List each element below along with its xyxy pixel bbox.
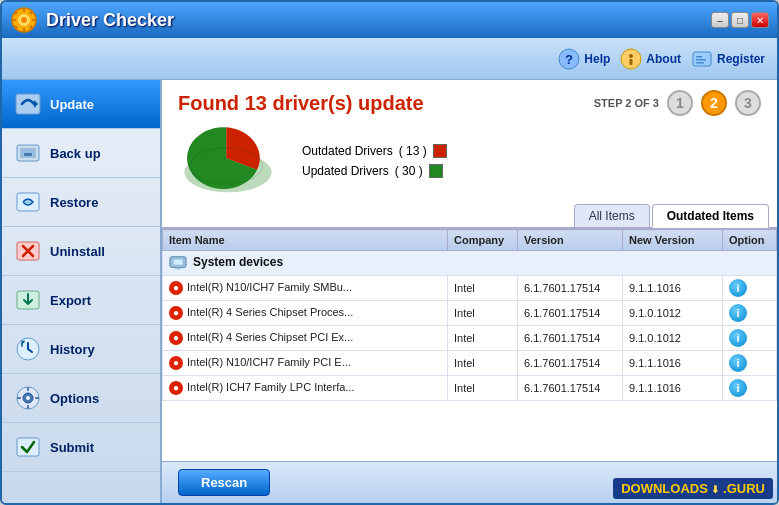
driver-version-cell: 6.1.7601.17514 [518,351,623,376]
outdated-label: Outdated Drivers [302,144,393,158]
error-icon: ● [169,356,183,370]
col-company: Company [448,230,518,251]
sidebar-options-label: Options [50,391,99,406]
col-version: Version [518,230,623,251]
sidebar-item-update[interactable]: Update [2,80,160,129]
info-button[interactable]: i [729,329,747,347]
close-button[interactable]: ✕ [751,12,769,28]
updated-color-swatch [429,164,443,178]
driver-version-cell: 6.1.7601.17514 [518,376,623,401]
uninstall-icon [14,237,42,265]
content-area: Found 13 driver(s) update STEP 2 OF 3 1 … [162,80,777,503]
step-1-circle: 1 [667,90,693,116]
svg-rect-38 [35,397,39,399]
error-icon: ● [169,381,183,395]
tabs-row: All Items Outdated Items [162,204,777,228]
register-button[interactable]: Register [691,48,765,70]
updated-label: Updated Drivers [302,164,389,178]
col-option: Option [723,230,777,251]
sidebar-item-uninstall[interactable]: Uninstall [2,227,160,276]
pie-chart [178,126,278,196]
error-icon: ● [169,281,183,295]
system-devices-icon [169,254,187,272]
tab-all-items[interactable]: All Items [574,204,650,227]
sidebar-item-restore[interactable]: Restore [2,178,160,227]
sidebar-item-export[interactable]: Export [2,276,160,325]
svg-rect-43 [174,259,183,264]
driver-version-cell: 6.1.7601.17514 [518,326,623,351]
outdated-color-swatch [433,144,447,158]
driver-name-cell: ●Intel(R) 4 Series Chipset Proces... [163,301,448,326]
error-icon: ● [169,306,183,320]
options-icon [14,384,42,412]
table-row: ●Intel(R) 4 Series Chipset PCI Ex...Inte… [163,326,777,351]
sidebar-item-history[interactable]: History [2,325,160,374]
step-3-circle: 3 [735,90,761,116]
col-item-name: Item Name [163,230,448,251]
about-button[interactable]: About [620,48,681,70]
main-window: Driver Checker – □ ✕ ? Help About [0,0,779,505]
driver-name-cell: ●Intel(R) 4 Series Chipset PCI Ex... [163,326,448,351]
driver-table-container[interactable]: Item Name Company Version New Version Op… [162,228,777,461]
svg-rect-35 [27,387,29,391]
maximize-button[interactable]: □ [731,12,749,28]
driver-option-cell[interactable]: i [723,326,777,351]
svg-rect-37 [17,397,21,399]
table-row: ●Intel(R) 4 Series Chipset Proces...Inte… [163,301,777,326]
error-icon: ● [169,331,183,345]
app-title: Driver Checker [46,10,711,31]
info-button[interactable]: i [729,354,747,372]
step-area: STEP 2 OF 3 1 2 3 [594,90,761,116]
minimize-button[interactable]: – [711,12,729,28]
svg-rect-6 [32,19,36,21]
step-label: STEP 2 OF 3 [594,97,659,109]
info-button[interactable]: i [729,304,747,322]
history-icon [14,335,42,363]
group-name-cell: System devices [163,251,777,276]
col-new-version: New Version [623,230,723,251]
driver-new-version-cell: 9.1.1.1016 [623,376,723,401]
driver-company-cell: Intel [448,276,518,301]
table-row: ●Intel(R) ICH7 Family LPC Interfa...Inte… [163,376,777,401]
table-row: ●Intel(R) N10/ICH7 Family PCI E...Intel6… [163,351,777,376]
driver-option-cell[interactable]: i [723,351,777,376]
chart-section: Outdated Drivers ( 13 ) Updated Drivers … [162,122,777,204]
svg-rect-3 [23,8,25,12]
sidebar-uninstall-label: Uninstall [50,244,105,259]
svg-rect-44 [175,268,180,270]
updated-count: ( 30 ) [395,164,423,178]
driver-company-cell: Intel [448,351,518,376]
sidebar-restore-label: Restore [50,195,98,210]
svg-rect-36 [27,405,29,409]
backup-icon [14,139,42,167]
svg-rect-24 [24,153,32,156]
driver-new-version-cell: 9.1.1.1016 [623,276,723,301]
sidebar: Update Back up Restore [2,80,162,503]
legend-updated: Updated Drivers ( 30 ) [302,164,447,178]
driver-option-cell[interactable]: i [723,376,777,401]
rescan-button[interactable]: Rescan [178,469,270,496]
driver-option-cell[interactable]: i [723,301,777,326]
help-button[interactable]: ? Help [558,48,610,70]
driver-new-version-cell: 9.1.0.1012 [623,326,723,351]
driver-version-cell: 6.1.7601.17514 [518,301,623,326]
help-icon: ? [558,48,580,70]
table-group-row: System devices [163,251,777,276]
sidebar-item-submit[interactable]: Submit [2,423,160,472]
sidebar-item-options[interactable]: Options [2,374,160,423]
driver-new-version-cell: 9.1.0.1012 [623,301,723,326]
tab-outdated-items[interactable]: Outdated Items [652,204,769,228]
sidebar-export-label: Export [50,293,91,308]
info-button[interactable]: i [729,279,747,297]
driver-option-cell[interactable]: i [723,276,777,301]
svg-rect-18 [696,59,706,61]
sidebar-item-backup[interactable]: Back up [2,129,160,178]
driver-table: Item Name Company Version New Version Op… [162,229,777,401]
svg-point-34 [26,396,30,400]
svg-rect-17 [696,56,702,58]
table-row: ●Intel(R) N10/ICH7 Family SMBu...Intel6.… [163,276,777,301]
title-bar: Driver Checker – □ ✕ [2,2,777,38]
bottom-bar: Rescan [162,461,777,503]
info-button[interactable]: i [729,379,747,397]
about-icon [620,48,642,70]
